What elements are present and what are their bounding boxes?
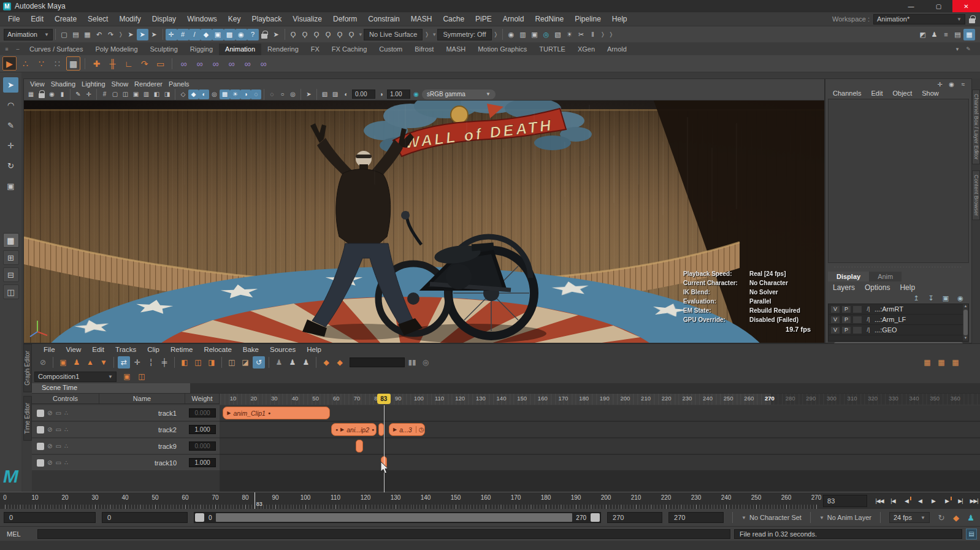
lock-camera-icon[interactable]	[36, 90, 47, 99]
hypershade-icon[interactable]: ▧	[552, 29, 564, 40]
select-by-hierarchy-icon[interactable]: ➤	[125, 29, 137, 40]
bake-character-icon[interactable]: ♟	[273, 356, 285, 369]
layer-display-toggle[interactable]	[852, 326, 862, 334]
mute-track-icon[interactable]: ⊘	[37, 356, 49, 369]
import-clips-icon[interactable]: ▼	[98, 356, 110, 369]
te-menu-help[interactable]: Help	[301, 345, 327, 354]
lasso-tool-icon[interactable]: ◠	[3, 97, 18, 113]
shelf-collapse-icon[interactable]: –	[13, 45, 22, 53]
track-weight-field[interactable]: 1.000	[189, 458, 216, 467]
redo-icon[interactable]: ↷	[105, 29, 117, 40]
te-menu-bake[interactable]: Bake	[237, 345, 264, 354]
channel-menu-edit[interactable]: Edit	[866, 89, 887, 97]
new-scene-icon[interactable]: ▢	[58, 29, 70, 40]
animation-end-field[interactable]: 270	[668, 512, 724, 523]
te-menu-edit[interactable]: Edit	[86, 345, 110, 354]
layer-vertical-scrollbar[interactable]: ▲▼	[963, 304, 968, 341]
layer-row[interactable]: VP/|...:Arm_LF	[829, 315, 968, 325]
chevron-down-icon[interactable]: ▾	[359, 31, 362, 37]
gamma-field[interactable]: 1.00	[387, 90, 410, 99]
attribute-editor-toggle-icon[interactable]: ▤	[952, 29, 963, 40]
textured-icon[interactable]: ◐	[199, 90, 209, 99]
set-breakdown-icon[interactable]: ∟	[121, 56, 136, 71]
shelf-tab-fx-caching[interactable]: FX Caching	[326, 44, 373, 55]
track-select-checkbox[interactable]	[37, 410, 44, 417]
group-expand-icon[interactable]: ❭	[609, 31, 614, 37]
viewport-scene[interactable]: WALL of DEATH	[24, 101, 824, 343]
add-clip-icon[interactable]: ▣	[57, 356, 69, 369]
channel-box-toggle-icon[interactable]: ≡	[940, 29, 952, 40]
group-expand-icon[interactable]: ❭	[600, 31, 605, 37]
layer-row[interactable]: VP/|...:ArmRT	[829, 304, 968, 315]
snap-to-view-planes-icon[interactable]: ▩	[224, 29, 235, 40]
field-chart-icon[interactable]: ▥	[141, 90, 151, 99]
snap-to-projected-center-icon[interactable]: ▣	[212, 29, 224, 40]
image-plane-icon[interactable]: ✎	[73, 90, 83, 99]
anim-layer-dropdown[interactable]: ▼ No Anim Layer	[819, 514, 871, 521]
character-controls-icon[interactable]: ♟	[928, 29, 940, 40]
menu-pipeline[interactable]: Pipeline	[569, 13, 607, 25]
channel-menu-object[interactable]: Object	[887, 89, 917, 97]
pause-viewport-icon[interactable]: ‖	[587, 29, 599, 40]
composition-dropdown[interactable]: Composition1 ▼	[34, 372, 117, 382]
script-editor-icon[interactable]: ▤	[966, 529, 977, 540]
snap-to-grids-icon[interactable]: #	[177, 29, 189, 40]
trim-clip-start-icon[interactable]: ◧	[178, 356, 191, 369]
add-key-icon[interactable]: ◆	[320, 356, 332, 369]
play-backwards-button[interactable]: ◀	[914, 495, 926, 507]
ripple-edit-icon[interactable]: ⇄	[118, 356, 130, 369]
construction-history-icon[interactable]: Ϙ	[311, 29, 323, 40]
menu-modify[interactable]: Modify	[113, 13, 146, 25]
operations-list-icon[interactable]: Ϙ	[346, 29, 358, 40]
menu-visualize[interactable]: Visualize	[287, 13, 327, 25]
add-key-at-current-icon[interactable]: ◆	[334, 356, 346, 369]
razor-clip-icon[interactable]: ╎	[145, 356, 157, 369]
use-default-material-icon[interactable]: ◎	[209, 90, 220, 99]
shelf-tab-motion-graphics[interactable]: Motion Graphics	[472, 44, 533, 55]
layer-playback-toggle[interactable]: P	[841, 305, 851, 313]
trim-clip-icon[interactable]: ◫	[192, 356, 204, 369]
save-scene-icon[interactable]: ▦	[82, 29, 93, 40]
shelf-menu-icon[interactable]: ≡	[2, 45, 11, 53]
shelf-tab-bifrost[interactable]: Bifrost	[408, 44, 440, 55]
menu-constrain[interactable]: Constrain	[362, 13, 405, 25]
channel-graph-icon[interactable]: ≈	[959, 80, 968, 88]
gamma-icon[interactable]: ◑	[376, 90, 386, 99]
graph-editor-shelf-icon[interactable]: ▦	[66, 56, 80, 71]
panel-menu-renderer[interactable]: Renderer	[134, 80, 169, 88]
menu-deform[interactable]: Deform	[327, 13, 362, 25]
paint-select-tool-icon[interactable]: ✎	[3, 118, 18, 133]
shelf-edit-icon[interactable]: ✎	[964, 45, 973, 53]
light-editor-icon[interactable]: ☀	[564, 29, 575, 40]
input-line-icon[interactable]: Ϙ	[323, 29, 334, 40]
occlusion-icon[interactable]: ◌	[251, 90, 261, 99]
solo-weight-icon[interactable]: ◎	[419, 356, 432, 369]
ease-curve-icon[interactable]: ↺	[253, 356, 265, 369]
menu-set-dropdown[interactable]: Animation ▼	[4, 29, 53, 40]
layer-menu-layers[interactable]: Layers	[828, 283, 860, 292]
track-weight-field[interactable]: 0.000	[189, 441, 216, 451]
symmetry-field[interactable]: Symmetry: Off	[437, 29, 491, 40]
chevron-down-icon[interactable]: ▾	[433, 31, 436, 37]
layer-playback-toggle[interactable]: P	[841, 326, 851, 334]
clip-play-icon[interactable]: ▶	[393, 427, 397, 432]
shelf-tab-turtle[interactable]: TURTLE	[533, 44, 572, 55]
te-menu-retime[interactable]: Retime	[165, 345, 198, 354]
live-surface-field[interactable]: No Live Surface	[364, 29, 423, 40]
te-menu-tracks[interactable]: Tracks	[110, 345, 142, 354]
te-menu-sources[interactable]: Sources	[264, 345, 301, 354]
exposure-icon[interactable]: ◐	[341, 90, 351, 99]
te-menu-view[interactable]: View	[61, 345, 87, 354]
persp-outliner-layout-button[interactable]: ◫	[3, 285, 19, 299]
animation-clip[interactable]: ▶anim_Clip1●	[223, 407, 330, 419]
exposure-field[interactable]: 0.00	[352, 90, 375, 99]
layer-editor-tab-anim[interactable]: Anim	[869, 272, 902, 281]
panel-menu-lighting[interactable]: Lighting	[82, 80, 112, 88]
xray-icon[interactable]: ▧	[320, 90, 330, 99]
shelf-tab-xgen[interactable]: XGen	[572, 44, 601, 55]
playback-speed-dropdown[interactable]: 24 fps ▼	[889, 512, 930, 523]
highlight-selection-icon[interactable]: ➤	[270, 29, 282, 40]
menu-windows[interactable]: Windows	[182, 13, 223, 25]
dock-tab-content-browser[interactable]: Content Browser	[972, 170, 980, 220]
parent-constraint-icon[interactable]: ∞	[177, 56, 191, 71]
